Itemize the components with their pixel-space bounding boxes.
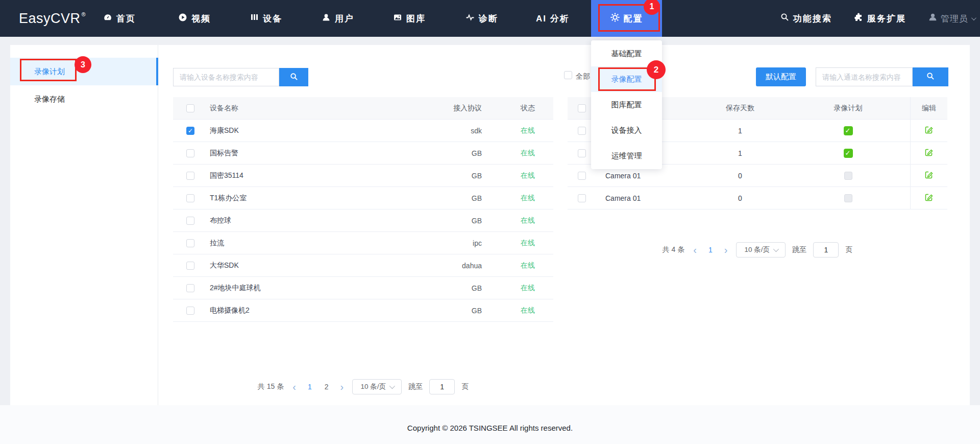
nav-item-label: AI 分析 [536,13,570,25]
annotation-step-number: 3 [81,60,85,69]
active-indicator-bar [156,58,158,85]
record-plan-checkbox[interactable] [844,126,853,135]
user-icon [322,13,331,25]
jump-page-input[interactable] [813,242,839,258]
app-logo-text: EasyCVR [19,11,81,27]
device-pagination: 共 15 条 ‹ 1 2 › 10 条/页 跳至 页 [173,379,553,394]
channel-name: Camera 01 [592,194,694,202]
row-checkbox[interactable] [186,307,194,315]
dropdown-item-ops-management[interactable]: 运维管理 [591,143,662,169]
app-logo[interactable]: EasyCVR® [19,0,86,37]
row-checkbox[interactable] [578,127,586,135]
page-size-select[interactable]: 10 条/页 [736,242,786,258]
row-checkbox[interactable] [186,194,194,202]
record-plan-checkbox[interactable] [844,172,852,180]
sidebar-item-label: 录像存储 [34,95,65,104]
nav-item-gallery[interactable]: 图库 [393,0,426,37]
device-row[interactable]: 电梯摄像机2 GB 在线 [173,299,553,322]
device-name: 大华SDK [210,261,400,270]
edit-icon[interactable] [924,125,934,136]
next-page-button[interactable]: › [722,245,730,255]
device-row[interactable]: 大华SDK dahua 在线 [173,254,553,277]
nav-item-user[interactable]: 用户 [322,0,354,37]
jump-page-input[interactable] [429,379,455,394]
default-config-button[interactable]: 默认配置 [756,67,806,86]
device-status: 在线 [482,284,553,293]
copyright-text: Copyright © 2026 TSINGSEE All rights res… [0,424,980,432]
chevron-down-icon [773,246,779,252]
dropdown-item-device-access[interactable]: 设备接入 [591,118,662,143]
row-checkbox[interactable] [186,262,194,270]
row-checkbox[interactable] [578,194,586,202]
jump-label: 跳至 [792,245,806,254]
nav-item-home[interactable]: 首页 [103,0,136,37]
diagnosis-pulse-icon [465,13,475,25]
page-number-1[interactable]: 1 [705,246,716,254]
dropdown-item-gallery-config[interactable]: 图库配置 [591,92,662,118]
nav-item-device[interactable]: 设备 [250,0,282,37]
device-search-button[interactable] [279,68,308,86]
nav-item-service-extend[interactable]: 服务扩展 [854,0,906,37]
annotation-badge-step3: 3 [75,56,91,73]
device-protocol: GB [400,217,482,225]
row-checkbox[interactable] [186,149,194,157]
device-bars-icon [250,13,259,24]
device-row[interactable]: 拉流 ipc 在线 [173,232,553,254]
sidebar-item-record-storage[interactable]: 录像存储 [10,85,158,113]
row-checkbox[interactable] [578,149,586,157]
device-protocol: GB [400,149,482,157]
row-checkbox[interactable] [578,172,586,180]
next-page-button[interactable]: › [338,382,346,392]
device-row[interactable]: T1栋办公室 GB 在线 [173,187,553,209]
prev-page-button[interactable]: ‹ [290,382,298,392]
nav-item-label: 配置 [624,13,643,25]
device-status: 在线 [482,216,553,225]
device-status: 在线 [482,194,553,203]
nav-item-diagnosis[interactable]: 诊断 [465,0,498,37]
total-count: 共 4 条 [663,245,685,254]
record-plan-checkbox[interactable] [844,194,852,202]
gallery-icon [393,13,402,25]
edit-icon[interactable] [924,192,934,204]
nav-item-function-search[interactable]: 功能搜索 [780,0,832,37]
device-protocol: dahua [400,262,482,270]
page-size-select[interactable]: 10 条/页 [352,379,402,394]
device-row[interactable]: 2#地块中庭球机 GB 在线 [173,277,553,299]
device-row[interactable]: 布控球 GB 在线 [173,209,553,232]
device-status: 在线 [482,261,553,270]
row-checkbox[interactable] [186,217,194,225]
edit-icon[interactable] [924,147,934,159]
device-search-input[interactable] [173,68,279,86]
nav-item-account[interactable]: 管理员 [928,0,975,37]
page-number-2[interactable]: 2 [322,383,332,391]
edit-icon[interactable] [924,170,934,181]
row-checkbox[interactable] [186,172,194,180]
nav-item-video[interactable]: 视频 [178,0,211,37]
select-all-channels-checkbox[interactable] [564,71,572,79]
device-row[interactable]: 国标告警 GB 在线 [173,142,553,165]
column-header-edit: 编辑 [910,97,947,119]
save-days-value: 1 [694,127,786,135]
channel-search-button[interactable] [913,67,948,86]
row-checkbox[interactable] [186,239,194,247]
select-all-rows-checkbox[interactable] [578,104,586,112]
prev-page-button[interactable]: ‹ [691,245,699,255]
footer: Copyright © 2026 TSINGSEE All rights res… [0,405,980,444]
device-protocol: GB [400,194,482,202]
record-plan-checkbox[interactable] [844,149,853,158]
nav-item-ai-analysis[interactable]: AI 分析 [536,0,570,37]
page-number-1[interactable]: 1 [305,383,315,391]
page-size-value: 10 条/页 [745,245,770,254]
device-name: 海康SDK [210,126,400,135]
select-all-devices-checkbox[interactable] [186,104,194,112]
row-checkbox[interactable] [186,284,194,292]
row-checkbox[interactable] [186,127,194,135]
channel-row[interactable]: Camera 01 0 [568,187,947,209]
device-table-header: 设备名称 接入协议 状态 [173,97,553,120]
channel-search-input[interactable] [816,67,913,86]
device-row[interactable]: 海康SDK sdk 在线 [173,120,553,142]
select-all-label: 全部 [576,72,590,81]
search-icon [780,13,789,24]
device-row[interactable]: 国密35114 GB 在线 [173,165,553,187]
page-unit-label: 页 [845,245,852,254]
